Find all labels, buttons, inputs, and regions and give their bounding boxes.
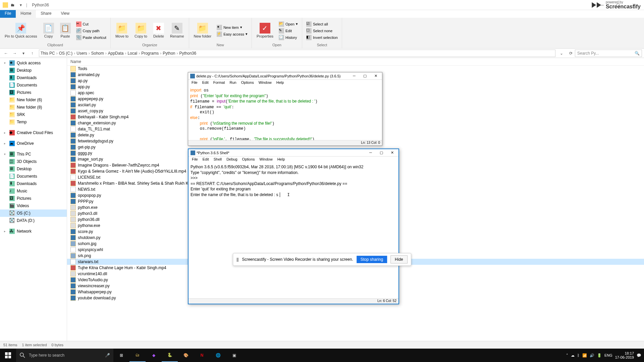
- menu-format[interactable]: Format: [211, 80, 227, 86]
- menu-help[interactable]: Help: [274, 80, 286, 86]
- breadcrumb-part[interactable]: Python36: [179, 51, 197, 56]
- easy-access-button[interactable]: ⚡Easy access ▾: [215, 31, 249, 37]
- shell-titlebar[interactable]: *Python 3.6.5 Shell* ─ ▢ ✕: [189, 149, 398, 157]
- menu-options[interactable]: Options: [240, 157, 257, 163]
- editor-titlebar[interactable]: delete.py - C:/Users/Sohom/AppData/Local…: [188, 72, 382, 80]
- nav-new-folder-6[interactable]: 📁New folder (6): [0, 96, 67, 104]
- refresh-button[interactable]: ⟳: [567, 49, 575, 57]
- nav-3d-objects[interactable]: ◫3D Objects: [0, 158, 67, 165]
- nav-creative-cloud[interactable]: ▸◆Creative Cloud Files: [0, 129, 67, 136]
- editor-close-button[interactable]: ✕: [371, 74, 380, 78]
- stop-sharing-button[interactable]: Stop sharing: [357, 256, 387, 263]
- menu-file[interactable]: File: [190, 80, 200, 86]
- qat-folder-icon[interactable]: 🖿: [9, 2, 16, 8]
- nav-onedrive[interactable]: ▸☁OneDrive: [0, 140, 67, 147]
- menu-help[interactable]: Help: [275, 157, 287, 163]
- breadcrumb[interactable]: This PC›OS (C:)›Users›Sohom›AppData›Loca…: [39, 50, 555, 57]
- notifications-icon[interactable]: 💬: [637, 353, 641, 358]
- menu-run[interactable]: Run: [228, 80, 238, 86]
- file-header[interactable]: Name: [67, 58, 644, 66]
- breadcrumb-part[interactable]: Users: [76, 51, 87, 56]
- cut-button[interactable]: ✂Cut: [75, 21, 108, 27]
- screencastify-pause-icon[interactable]: ||: [236, 257, 238, 262]
- tab-home[interactable]: Home: [16, 10, 36, 18]
- breadcrumb-part[interactable]: OS (C:): [59, 51, 73, 56]
- shell-body[interactable]: Python 3.6.5 (v3.6.5:f59c0932b4, Mar 28 …: [189, 163, 398, 298]
- nav-downloads[interactable]: ⬇Downloads: [0, 74, 67, 81]
- nav-quick-access[interactable]: ▾★Quick access: [0, 59, 67, 67]
- nav-music[interactable]: ♪Music: [0, 187, 67, 195]
- start-button[interactable]: [0, 349, 16, 362]
- search-input[interactable]: Search Py... 🔍: [575, 50, 642, 57]
- tray-bluetooth-icon[interactable]: ᛒ: [577, 353, 580, 357]
- copy-path-button[interactable]: 🔗Copy path: [75, 28, 108, 34]
- tray-volume-icon[interactable]: 🔊: [590, 353, 594, 358]
- editor-minimize-button[interactable]: ─: [350, 74, 359, 78]
- nav-srk[interactable]: 📁SRK: [0, 111, 67, 118]
- nav-videos[interactable]: 🎬Videos: [0, 202, 67, 209]
- shell-maximize-button[interactable]: ▢: [377, 150, 386, 155]
- delete-button[interactable]: ✖Delete: [151, 19, 166, 42]
- tray-wifi-icon[interactable]: 📶: [582, 353, 587, 358]
- up-button[interactable]: ↑: [28, 49, 36, 57]
- nav-temp[interactable]: 📁Temp: [0, 118, 67, 126]
- paste-button[interactable]: 📋Paste: [58, 19, 73, 42]
- menu-edit[interactable]: Edit: [201, 157, 211, 163]
- breadcrumb-part[interactable]: Sohom: [91, 51, 104, 56]
- nav-downloads-2[interactable]: ⬇Downloads: [0, 180, 67, 187]
- recent-dropdown[interactable]: ▾: [19, 49, 28, 57]
- menu-options[interactable]: Options: [239, 80, 256, 86]
- tab-view[interactable]: View: [56, 10, 74, 18]
- file-row[interactable]: Tools: [67, 66, 644, 72]
- tray-chevron-icon[interactable]: ˄: [566, 353, 568, 358]
- nav-data-d[interactable]: 💽DATA (D:): [0, 217, 67, 224]
- menu-edit[interactable]: Edit: [200, 80, 211, 86]
- breadcrumb-part[interactable]: Local: [127, 51, 137, 56]
- nav-documents[interactable]: 📄Documents: [0, 81, 67, 89]
- breadcrumb-part[interactable]: Python: [163, 51, 175, 56]
- nav-pictures[interactable]: 🖼Pictures: [0, 89, 67, 96]
- tray-language[interactable]: ENG: [604, 353, 612, 357]
- copy-button[interactable]: 📄Copy: [41, 19, 56, 42]
- nav-this-pc[interactable]: ▾🖥This PC: [0, 150, 67, 158]
- chrome-icon[interactable]: 🌐: [210, 349, 226, 362]
- nav-desktop[interactable]: 🖥Desktop: [0, 67, 67, 74]
- forward-button[interactable]: →: [11, 49, 19, 57]
- breadcrumb-part[interactable]: Programs: [141, 51, 159, 56]
- file-explorer-icon[interactable]: 🗂: [129, 349, 146, 362]
- new-folder-button[interactable]: 📁New folder: [192, 19, 214, 42]
- open-button[interactable]: 📂Open ▾: [277, 21, 299, 27]
- menu-file[interactable]: File: [190, 157, 200, 163]
- taskbar-app-1-icon[interactable]: ◆: [146, 349, 162, 362]
- tab-file[interactable]: File: [0, 10, 16, 18]
- editor-maximize-button[interactable]: ▢: [361, 74, 369, 78]
- breadcrumb-dropdown[interactable]: ⌄: [557, 49, 566, 57]
- invert-selection-button[interactable]: ◧Invert selection: [305, 35, 339, 41]
- nav-network[interactable]: ▸🖧Network: [0, 228, 67, 235]
- nav-pictures-2[interactable]: 🖼Pictures: [0, 195, 67, 202]
- nav-desktop-2[interactable]: 🖥Desktop: [0, 165, 67, 173]
- clock[interactable]: 18:17 17-06-2019: [615, 351, 634, 359]
- properties-button[interactable]: ✓Properties: [255, 19, 275, 42]
- shell-close-button[interactable]: ✕: [388, 150, 396, 155]
- back-button[interactable]: ←: [2, 49, 10, 57]
- pin-quick-access-button[interactable]: 📌Pin to Quick access: [3, 19, 39, 42]
- task-view-icon[interactable]: ⊞: [113, 349, 129, 362]
- copy-to-button[interactable]: 📁Copy to: [132, 19, 149, 42]
- breadcrumb-part[interactable]: AppData: [108, 51, 124, 56]
- taskbar-app-2-icon[interactable]: 🎨: [178, 349, 194, 362]
- qat-dropdown-icon[interactable]: ▾: [17, 2, 24, 8]
- nav-documents-2[interactable]: 📄Documents: [0, 173, 67, 180]
- hide-button[interactable]: Hide: [390, 255, 408, 263]
- column-name[interactable]: Name: [70, 59, 211, 64]
- nav-os-c[interactable]: 💽OS (C:): [0, 209, 67, 217]
- select-none-button[interactable]: ☐Select none: [305, 28, 339, 34]
- menu-shell[interactable]: Shell: [212, 157, 224, 163]
- paste-shortcut-button[interactable]: 📎Paste shortcut: [75, 35, 108, 41]
- tab-share[interactable]: Share: [36, 10, 56, 18]
- new-item-button[interactable]: ✦New item ▾: [215, 24, 249, 31]
- move-to-button[interactable]: 📁Move to: [113, 19, 130, 42]
- rename-button[interactable]: ✎Rename: [168, 19, 186, 42]
- taskbar-search[interactable]: Type here to search 🎤: [16, 349, 113, 362]
- edit-button[interactable]: ✎Edit: [277, 28, 299, 34]
